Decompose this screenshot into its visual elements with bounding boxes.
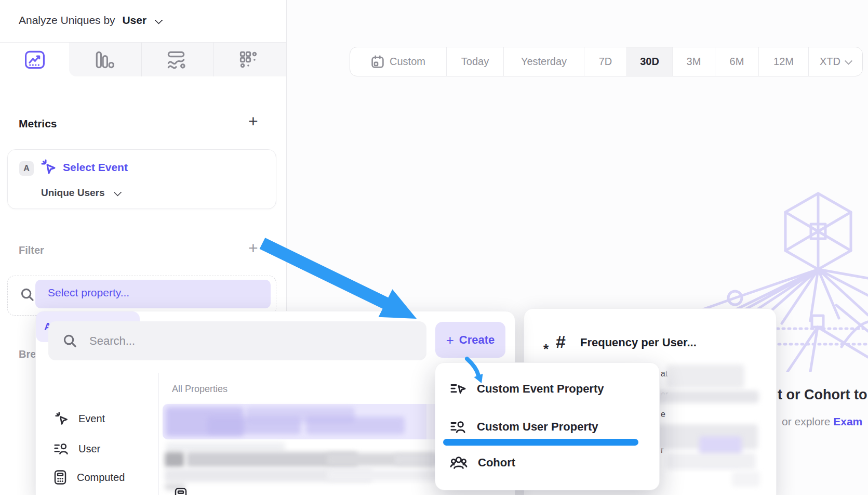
category-label: Event [78, 413, 105, 425]
picker-divider [158, 373, 159, 495]
clipped-text-fragment: e [661, 410, 671, 419]
menu-item-custom-event-property[interactable]: Custom Event Property [450, 377, 604, 400]
flows-icon [165, 48, 188, 71]
insights-report-screen: t or Cohort to or explore Exam Analyze U… [0, 0, 868, 495]
analyze-by-header: Analyze Uniques by User [19, 14, 162, 27]
calculator-icon [173, 487, 188, 495]
chevron-down-icon [845, 57, 853, 65]
date-range-label: XTD [820, 56, 840, 68]
date-range-label: 6M [730, 56, 744, 68]
category-computed[interactable]: Computed [53, 470, 125, 485]
plus-icon: + [446, 333, 454, 347]
menu-item-label: Cohort [478, 456, 515, 470]
select-event-button[interactable]: Select Event [63, 161, 128, 174]
analyze-by-label: Analyze Uniques by [19, 14, 115, 26]
property-search-input[interactable] [88, 334, 402, 348]
menu-item-label: Custom Event Property [477, 382, 604, 396]
retention-grid-icon [237, 48, 260, 71]
date-range-label: 30D [640, 56, 659, 68]
date-range-label: Today [461, 56, 489, 68]
category-label: User [78, 443, 100, 455]
metric-letter-badge: A [19, 161, 34, 176]
add-filter-button[interactable]: + [248, 240, 258, 256]
cohort-icon [450, 455, 468, 471]
menu-item-cohort[interactable]: Cohort [450, 451, 515, 474]
active-item-underline [443, 439, 638, 446]
date-range-label: 7D [599, 56, 612, 68]
date-range-label: Custom [390, 56, 425, 68]
tab-bar-chart[interactable] [69, 43, 138, 76]
create-menu: Custom Event Property Custom User Proper… [435, 362, 660, 490]
redacted-text [165, 452, 184, 467]
redacted-row [666, 453, 756, 470]
event-cursor-icon [55, 411, 69, 426]
analyze-by-value[interactable]: User [122, 14, 146, 26]
empty-state-headline: t or Cohort to [778, 387, 867, 403]
bar-chart-icon [92, 48, 115, 71]
aggregation-label: Unique Users [41, 187, 104, 198]
aggregation-selector[interactable]: Unique Users [41, 187, 121, 199]
redacted-row [732, 471, 760, 487]
date-range-label: Yesterday [521, 56, 567, 68]
add-metric-button[interactable]: + [248, 113, 258, 129]
filter-heading: Filter [19, 244, 44, 256]
date-range-12m[interactable]: 12M [758, 47, 808, 76]
numeric-property-icon: # * [545, 333, 566, 354]
redacted-text [166, 442, 285, 452]
date-range-xtd[interactable]: XTD [808, 47, 862, 76]
event-cursor-icon [41, 159, 57, 175]
calendar-icon [371, 55, 384, 69]
search-icon [20, 288, 34, 302]
date-range-bar: Custom Today Yesterday 7D 30D 3M 6M 12M … [350, 47, 863, 76]
tab-line-chart[interactable] [0, 43, 69, 76]
category-user[interactable]: User [54, 441, 100, 456]
date-range-label: 12M [773, 56, 794, 68]
hash-glyph: # [556, 333, 566, 350]
menu-item-custom-user-property[interactable]: Custom User Property [450, 415, 598, 438]
create-button-label: Create [459, 333, 495, 347]
star-glyph: * [543, 342, 549, 356]
empty-state-subtext: or explore Exam [782, 415, 862, 428]
date-range-7d[interactable]: 7D [584, 47, 626, 76]
metric-card[interactable]: A Select Event Unique Users [7, 149, 276, 209]
date-range-6m[interactable]: 6M [715, 47, 758, 76]
category-event[interactable]: Event [55, 411, 105, 426]
chevron-down-icon [113, 188, 122, 197]
date-range-label: 3M [687, 56, 701, 68]
redacted-row [649, 390, 759, 403]
redacted-row [666, 364, 744, 388]
frequency-panel-title: Frequency per User... [580, 336, 697, 349]
empty-state-subtext-label: or explore [782, 415, 830, 427]
date-range-30d[interactable]: 30D [626, 47, 672, 76]
date-range-yesterday[interactable]: Yesterday [503, 47, 584, 76]
tab-flows[interactable] [141, 43, 210, 76]
select-property-field[interactable]: Select property... [35, 280, 271, 308]
examples-link[interactable]: Exam [833, 415, 862, 427]
custom-user-property-icon [450, 419, 466, 435]
menu-item-label: Custom User Property [477, 420, 598, 434]
create-button[interactable]: + Create [435, 322, 505, 358]
tab-retention[interactable] [213, 43, 283, 76]
property-search-box[interactable] [48, 321, 426, 360]
chevron-down-icon[interactable] [155, 16, 163, 24]
custom-event-property-icon [450, 381, 466, 397]
redacted-text [306, 416, 405, 434]
date-range-3m[interactable]: 3M [672, 47, 715, 76]
metrics-heading: Metrics [19, 118, 57, 130]
line-chart-icon [23, 48, 46, 71]
search-icon [63, 334, 77, 348]
date-range-custom[interactable]: Custom [350, 47, 446, 76]
calculator-icon [53, 470, 68, 485]
property-list-header: All Properties [172, 384, 228, 395]
date-range-today[interactable]: Today [446, 47, 503, 76]
category-label: Computed [77, 472, 125, 484]
filter-card: Select property... [7, 276, 276, 316]
select-property-placeholder: Select property... [35, 280, 271, 299]
user-list-icon [54, 441, 69, 456]
